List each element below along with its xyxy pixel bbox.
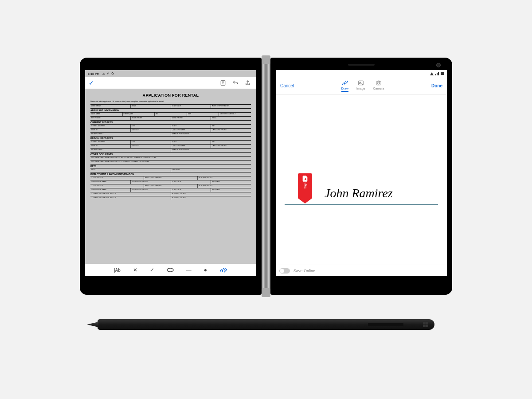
- form-row: MONTHLY RENTREASON FOR LEAVING: [90, 148, 251, 152]
- form-cell: LANDLORD PHONE: [211, 145, 251, 148]
- tab-camera[interactable]: Camera: [373, 80, 384, 92]
- form-row: DATE INDATE OUTLANDLORD NAMELANDLORD PHO…: [90, 144, 251, 148]
- save-online-label: Save Online: [293, 269, 315, 273]
- form-cell: REASON FOR LEAVING: [171, 149, 251, 152]
- form-cell: PETS?: [90, 168, 171, 172]
- form-cell: LANDLORD PHONE: [211, 129, 251, 132]
- device-right-panel: Cancel DrawImageCamera Done Sign John Ra…: [270, 58, 452, 295]
- form-cell: FIRST NAME: [122, 113, 155, 116]
- image-icon: [358, 80, 364, 86]
- text-tool-button[interactable]: |Ab: [114, 268, 121, 273]
- form-cell: LAST NAME: [90, 113, 122, 116]
- form-row: LAST NAMEFIRST NAMEM.I.SSNDRIVER'S LICEN…: [90, 112, 251, 116]
- form-cell: MONTHLY RENT: [90, 133, 171, 136]
- form-cell: END DATE: [211, 188, 251, 192]
- form-cell: MONTHLY SALARY: [171, 192, 251, 196]
- form-cell: SSN: [187, 113, 219, 116]
- properties-button[interactable]: [218, 78, 228, 88]
- signature-tool-button[interactable]: [219, 267, 227, 273]
- form-cell: STATE: [171, 125, 211, 128]
- done-button[interactable]: Done: [431, 83, 442, 88]
- tab-image[interactable]: Image: [356, 80, 365, 92]
- form-cell: CITY: [130, 125, 171, 128]
- strike-tool-button[interactable]: ✕: [133, 267, 137, 273]
- wifi-icon: [430, 72, 434, 75]
- pdf-document-viewer[interactable]: APPLICATION FOR RENTAL Notice: All adult…: [85, 89, 256, 264]
- confirm-check-button[interactable]: ✓: [89, 79, 94, 86]
- form-cell: SUPERVISOR NAME: [90, 180, 130, 184]
- form-cell: CITY: [130, 141, 171, 144]
- cancel-button[interactable]: Cancel: [280, 83, 294, 88]
- camera-icon: [376, 80, 382, 86]
- save-online-toggle[interactable]: [279, 268, 290, 274]
- gear-icon: ✿: [111, 72, 114, 75]
- stylus-tip: [87, 322, 98, 327]
- form-cell: DATE IN: [90, 129, 130, 132]
- form-row: STREET ADDRESSCITYSTATEZIP: [90, 140, 251, 144]
- form-cell: SUPERVISOR PHONE: [130, 180, 171, 184]
- line-tool-button[interactable]: —: [186, 267, 192, 273]
- cloud-icon: ☁: [102, 72, 105, 75]
- form-cell: 1. OTHER INCOME DESCRIPTION: [90, 192, 171, 196]
- battery-icon: [441, 72, 444, 75]
- tab-draw[interactable]: Draw: [341, 80, 348, 92]
- checkmark-tool-button[interactable]: ✓: [150, 267, 154, 273]
- form-cell: MONTHLY RENT: [90, 149, 171, 152]
- form-cell: DRIVER'S LICENSE #: [219, 113, 251, 116]
- signal-icon: [435, 72, 439, 75]
- form-row: 2. OCCUPATIONEMPLOYER/COMPANYMONTHLY SAL…: [90, 184, 251, 188]
- form-cell: END DATE: [211, 180, 251, 184]
- right-screen: Cancel DrawImageCamera Done Sign John Ra…: [276, 70, 447, 282]
- form-cell: DESCRIBE: [171, 168, 251, 172]
- section-heading: EMPLOYMENT & INCOME INFORMATION: [90, 172, 251, 176]
- form-row: 2. OTHER INCOME DESCRIPTIONMONTHLY SALAR…: [90, 196, 251, 200]
- form-cell: 2. OCCUPATION: [90, 184, 144, 188]
- front-camera: [436, 63, 441, 67]
- signature-baseline: [285, 204, 438, 205]
- form-cell: APARTMENT: [90, 105, 130, 108]
- check-badge-icon: ✔: [107, 72, 110, 75]
- ellipse-tool-button[interactable]: [167, 268, 174, 272]
- section-heading: PETS: [90, 164, 251, 168]
- form-cell: LANDLORD NAME: [171, 129, 211, 132]
- form-row: LIST NAMES AND BIRTH DATES OF ALL ADDITI…: [90, 156, 251, 160]
- section-heading: APPLICANT INFORMATION: [90, 108, 251, 112]
- svg-point-5: [378, 82, 380, 84]
- form-cell: 2. OTHER INCOME DESCRIPTION: [90, 196, 171, 200]
- dual-screen-device: 6:18 PM ☁ ✔ ✿ ✓: [80, 58, 452, 295]
- stylus-pen: [98, 319, 434, 330]
- form-cell: STREET ADDRESS: [90, 141, 130, 144]
- form-cell: DATE IN: [90, 145, 130, 148]
- dot-tool-button[interactable]: ●: [204, 267, 207, 273]
- share-button[interactable]: [243, 78, 253, 88]
- form-cell: START DATE: [171, 180, 211, 184]
- undo-button[interactable]: [231, 78, 240, 88]
- form-cell: MONTHLY SALARY: [197, 176, 251, 180]
- form-cell: SUPERVISOR PHONE: [130, 188, 171, 192]
- form-cell: ZIP: [211, 141, 251, 144]
- stylus-button: [368, 323, 403, 326]
- document-title: APPLICATION FOR RENTAL: [90, 93, 251, 98]
- section-heading: CURRENT ADDRESS: [90, 120, 251, 124]
- form-cell: EMPLOYER/COMPANY: [144, 176, 197, 180]
- save-online-row: Save Online: [276, 265, 447, 276]
- tab-label: Image: [356, 87, 365, 90]
- speaker-grille: [348, 64, 375, 66]
- form-cell: SUPERVISOR NAME: [90, 188, 130, 192]
- status-icons: ☁ ✔ ✿: [102, 72, 114, 75]
- document-notice: Notice: All adult applicants (18 years o…: [90, 100, 251, 102]
- form-cell: MONTHLY SALARY: [197, 184, 251, 188]
- signature-canvas[interactable]: Sign John Ramirez: [276, 95, 447, 265]
- form-row: 1. OTHER INCOME DESCRIPTIONMONTHLY SALAR…: [90, 192, 251, 196]
- form-cell: STATE: [171, 141, 211, 144]
- draw-icon: [342, 80, 348, 86]
- form-row: SUPERVISOR NAMESUPERVISOR PHONESTART DAT…: [90, 188, 251, 192]
- form-row: PETS?DESCRIBE: [90, 168, 251, 172]
- device-left-panel: 6:18 PM ☁ ✔ ✿ ✓: [80, 58, 262, 295]
- form-cell: M.I.: [154, 113, 187, 116]
- status-bar-right: [276, 70, 447, 77]
- form-cell: BIRTH DATE: [90, 117, 130, 120]
- left-screen: 6:18 PM ☁ ✔ ✿ ✓: [85, 70, 256, 282]
- form-row: STREET ADDRESSCITYSTATEZIP: [90, 124, 251, 128]
- section-heading: OTHER OCCUPANTS: [90, 152, 251, 156]
